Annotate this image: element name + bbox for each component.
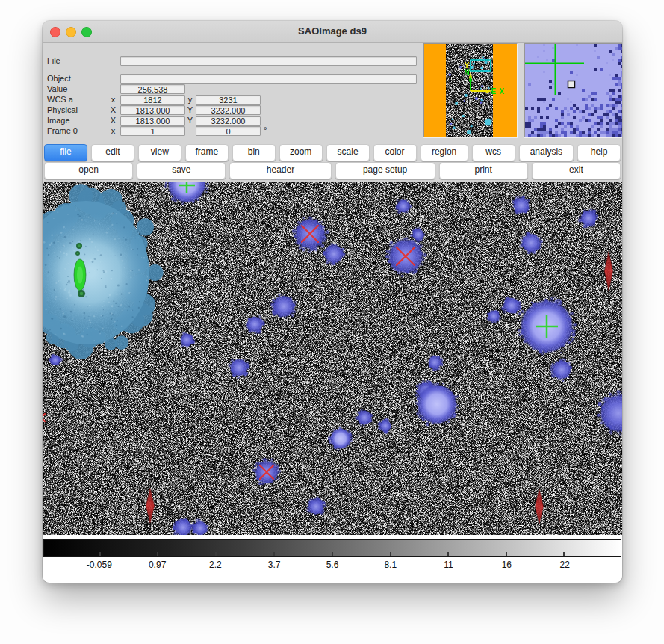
value-field[interactable]	[120, 84, 185, 94]
value-label: Value	[47, 84, 111, 94]
menu-view[interactable]: view	[138, 144, 181, 161]
toolbar-page-setup[interactable]: page setup	[335, 162, 435, 179]
physical-x-label: X	[108, 105, 118, 115]
image-label: Image	[47, 116, 111, 126]
colorbar-value: 8.1	[384, 560, 397, 570]
menubar: file edit view frame bin zoom scale colo…	[44, 144, 621, 161]
colorbar-tick	[563, 552, 565, 556]
frame-zoom-field[interactable]	[120, 126, 185, 136]
panner[interactable]	[424, 44, 517, 137]
menu-color[interactable]: color	[373, 144, 417, 161]
frame-rotation-field[interactable]	[196, 126, 261, 136]
colorbar-tick	[215, 552, 217, 556]
colorbar-tick	[99, 552, 101, 556]
colorbar-tick	[506, 552, 507, 556]
toolbar: open save header page setup print exit	[44, 162, 621, 179]
image-y-field[interactable]	[196, 116, 261, 126]
menu-edit[interactable]: edit	[91, 144, 134, 161]
menu-wcs[interactable]: wcs	[472, 144, 515, 161]
desktop: SAOImage ds9 File Object Value WCS a x y…	[0, 0, 664, 644]
colorbar-value: 0.97	[149, 560, 166, 570]
colorbar-tick	[157, 552, 158, 556]
window-title: SAOImage ds9	[43, 21, 622, 42]
colorbar-value: 22	[559, 560, 569, 570]
frame-x-label: x	[108, 126, 118, 136]
menu-scale[interactable]: scale	[326, 144, 370, 161]
magnifier-panel	[524, 43, 622, 138]
colorbar-labels: -0.059 0.97 2.2 3.7 5.6 8.1 11 16 22	[43, 560, 621, 573]
wcs-y-label: y	[185, 95, 195, 105]
colorbar-value: 5.6	[326, 560, 339, 570]
toolbar-print[interactable]: print	[439, 162, 528, 179]
menu-file[interactable]: file	[44, 144, 87, 161]
toolbar-header[interactable]: header	[229, 162, 331, 179]
physical-y-field[interactable]	[196, 105, 261, 115]
menu-analysis[interactable]: analysis	[519, 144, 574, 161]
colorbar-value: 16	[502, 560, 512, 570]
physical-label: Physical	[47, 105, 111, 115]
wcs-label: WCS a	[47, 95, 111, 105]
wcs-x-field[interactable]	[120, 95, 185, 105]
menu-region[interactable]: region	[421, 144, 468, 161]
panner-panel	[423, 43, 518, 138]
colorbar-tick	[390, 552, 391, 556]
colorbar-strip: -0.059 0.97 2.2 3.7 5.6 8.1 11 16 22	[43, 535, 622, 583]
colorbar[interactable]	[43, 539, 621, 557]
menu-bin[interactable]: bin	[232, 144, 276, 161]
colorbar-value: 3.7	[268, 560, 281, 570]
toolbar-open[interactable]: open	[44, 162, 133, 179]
colorbar-value: -0.059	[87, 560, 112, 570]
magnifier[interactable]	[525, 44, 622, 137]
menu-help[interactable]: help	[577, 144, 621, 161]
file-label: File	[47, 56, 111, 66]
object-label: Object	[47, 74, 111, 84]
image-y-label: Y	[185, 116, 195, 126]
menu-frame[interactable]: frame	[185, 144, 229, 161]
image-display[interactable]	[43, 182, 622, 535]
physical-x-field[interactable]	[120, 105, 185, 115]
wcs-y-field[interactable]	[196, 95, 261, 105]
object-field[interactable]	[120, 74, 417, 84]
toolbar-exit[interactable]: exit	[532, 162, 621, 179]
physical-y-label: Y	[185, 105, 195, 115]
colorbar-value: 2.2	[209, 560, 222, 570]
wcs-x-label: x	[108, 95, 118, 105]
frame-label: Frame 0	[47, 126, 111, 136]
image-x-field[interactable]	[120, 116, 185, 126]
colorbar-tick	[332, 552, 333, 556]
app-window: SAOImage ds9 File Object Value WCS a x y…	[43, 21, 622, 583]
file-field[interactable]	[120, 56, 417, 66]
colorbar-tick	[273, 552, 275, 556]
degree-symbol: °	[264, 126, 273, 135]
title-bar[interactable]: SAOImage ds9	[43, 21, 622, 43]
toolbar-save[interactable]: save	[137, 162, 226, 179]
menu-zoom[interactable]: zoom	[279, 144, 323, 161]
image-x-label: X	[108, 116, 118, 126]
colorbar-tick	[447, 552, 449, 556]
colorbar-value: 11	[444, 560, 453, 570]
